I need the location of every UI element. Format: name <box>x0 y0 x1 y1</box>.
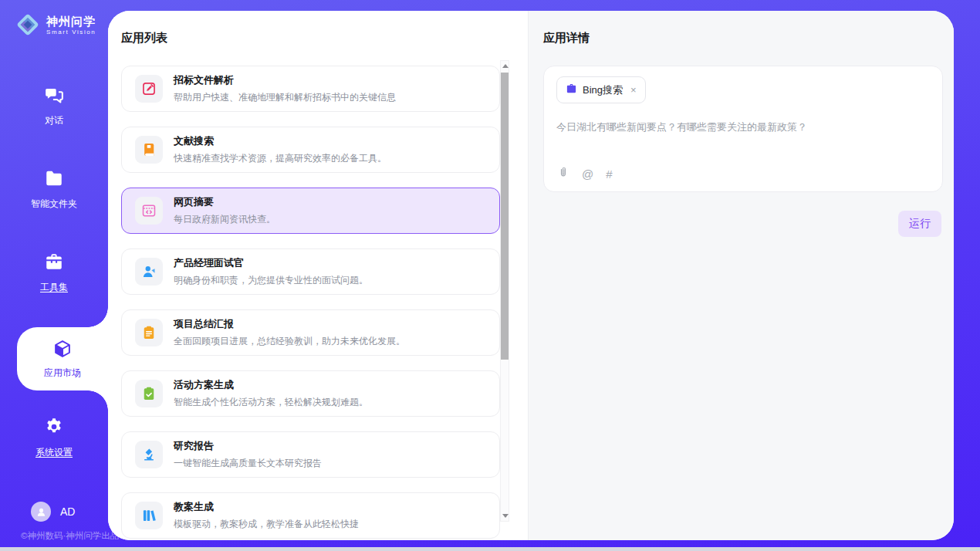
book-icon <box>135 136 163 164</box>
app-card[interactable]: 教案生成 模板驱动，教案秒成，教学准备从此轻松快捷 <box>121 492 500 539</box>
app-card[interactable]: 网页摘要 每日政府新闻资讯快查。 <box>121 188 500 234</box>
clipboard-check-icon <box>135 380 163 407</box>
app-name: 网页摘要 <box>174 195 275 209</box>
app-name: 文献搜索 <box>174 134 387 148</box>
folder-icon <box>44 168 64 191</box>
hash-icon[interactable]: # <box>606 167 612 181</box>
app-name: 研究报告 <box>174 439 322 453</box>
app-card[interactable]: 活动方案生成 智能生成个性化活动方案，轻松解决规划难题。 <box>121 370 500 417</box>
cube-icon <box>52 339 73 362</box>
sidebar-item-chat[interactable]: 对话 <box>0 85 108 127</box>
copyright-footer: ©神州数码·神州问学出品 <box>21 530 119 542</box>
attach-toolbar: @ # <box>557 166 613 181</box>
sidebar-item-smart-folders[interactable]: 智能文件夹 <box>0 168 108 211</box>
avatar <box>31 502 51 522</box>
books-icon <box>135 502 163 529</box>
main-content: 应用列表 招标文件解析 帮助用户快速、准确地理解和解析招标书中的关键信息 文献搜… <box>108 11 954 540</box>
clipboard-icon <box>135 319 163 346</box>
app-name: 产品经理面试官 <box>174 256 368 270</box>
brand-name: 神州问学 <box>46 15 96 29</box>
scrollbar[interactable] <box>500 60 509 522</box>
app-description: 快速精准查找学术资源，提高研究效率的必备工具。 <box>174 152 387 165</box>
chat-icon <box>44 85 64 108</box>
gear-icon <box>44 417 64 440</box>
app-description: 智能生成个性化活动方案，轻松解决规划难题。 <box>174 396 368 409</box>
at-icon[interactable]: @ <box>582 167 593 181</box>
sidebar: 神州问学 Smart Vision 对话 智能文件夹 工具集 应用市场 系统设置… <box>0 0 108 551</box>
scroll-up-icon[interactable] <box>502 64 509 68</box>
brand-logo: 神州问学 Smart Vision <box>15 12 96 38</box>
sidebar-item-system-settings[interactable]: 系统设置 <box>0 417 108 459</box>
app-detail-title: 应用详情 <box>529 11 954 46</box>
app-card[interactable]: 研究报告 一键智能生成高质量长文本研究报告 <box>121 431 500 478</box>
tool-chip-bing-search[interactable]: Bing搜索 × <box>556 76 646 103</box>
app-card[interactable]: 文献搜索 快速精准查找学术资源，提高研究效率的必备工具。 <box>121 127 500 173</box>
app-description: 一键智能生成高质量长文本研究报告 <box>174 457 322 470</box>
briefcase-icon <box>566 83 577 97</box>
app-name: 项目总结汇报 <box>174 317 405 331</box>
sidebar-item-app-market[interactable]: 应用市场 <box>17 327 108 390</box>
app-list-title: 应用列表 <box>108 11 528 46</box>
edit-doc-icon <box>135 75 163 103</box>
scrollbar-thumb[interactable] <box>501 73 509 360</box>
app-card[interactable]: 招标文件解析 帮助用户快速、准确地理解和解析招标书中的关键信息 <box>121 66 500 112</box>
app-cards: 招标文件解析 帮助用户快速、准确地理解和解析招标书中的关键信息 文献搜索 快速精… <box>121 66 500 539</box>
user-name: AD <box>60 505 75 518</box>
app-description: 明确身份和职责，为您提供专业性的面试问题。 <box>174 274 368 287</box>
app-list-panel: 应用列表 招标文件解析 帮助用户快速、准确地理解和解析招标书中的关键信息 文献搜… <box>108 11 528 540</box>
brand-diamond-icon <box>15 12 41 38</box>
app-card[interactable]: 项目总结汇报 全面回顾项目进展，总结经验教训，助力未来优化发展。 <box>121 309 500 356</box>
run-row: 运行 <box>529 211 941 237</box>
brand-subtitle: Smart Vision <box>46 29 96 35</box>
app-name: 教案生成 <box>174 500 359 514</box>
app-name: 活动方案生成 <box>174 378 368 392</box>
app-description: 帮助用户快速、准确地理解和解析招标书中的关键信息 <box>174 91 396 104</box>
paperclip-icon[interactable] <box>557 166 569 181</box>
prompt-text[interactable]: 今日湖北有哪些新闻要点？有哪些需要关注的最新政策？ <box>556 120 930 135</box>
app-description: 全面回顾项目进展，总结经验教训，助力未来优化发展。 <box>174 335 405 348</box>
window-bottom-edge <box>0 547 980 551</box>
app-card[interactable]: 产品经理面试官 明确身份和职责，为您提供专业性的面试问题。 <box>121 248 500 295</box>
app-detail-panel: 应用详情 Bing搜索 × 今日湖北有哪些新闻要点？有哪些需要关注的最新政策？ … <box>528 11 954 540</box>
prompt-input-card[interactable]: Bing搜索 × 今日湖北有哪些新闻要点？有哪些需要关注的最新政策？ @ # <box>543 66 943 192</box>
interviewer-icon <box>135 258 163 286</box>
user-account[interactable]: AD <box>31 502 75 522</box>
run-button[interactable]: 运行 <box>898 211 941 237</box>
microscope-icon <box>135 441 163 468</box>
app-description: 模板驱动，教案秒成，教学准备从此轻松快捷 <box>174 518 359 531</box>
toolbox-icon <box>44 252 64 275</box>
app-description: 每日政府新闻资讯快查。 <box>174 213 275 226</box>
web-window-icon <box>135 197 163 225</box>
scroll-down-icon[interactable] <box>502 514 509 518</box>
app-name: 招标文件解析 <box>174 73 396 87</box>
sidebar-item-toolset[interactable]: 工具集 <box>0 252 108 294</box>
tool-chip-label: Bing搜索 <box>583 83 623 97</box>
close-icon[interactable]: × <box>630 84 637 96</box>
